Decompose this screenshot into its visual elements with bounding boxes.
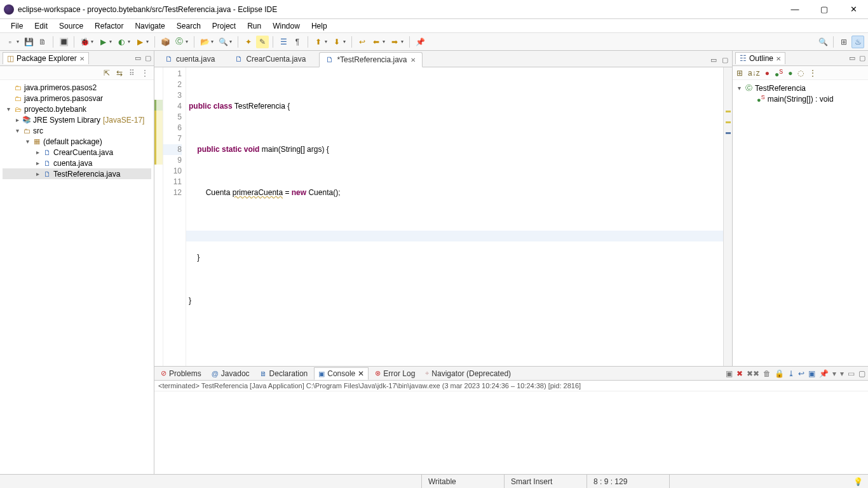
menu-window[interactable]: Window xyxy=(267,20,306,32)
java-file[interactable]: ▸🗋cuenta.java xyxy=(3,158,151,168)
hide-static-icon[interactable]: ●s xyxy=(775,67,783,79)
maximize-view-icon[interactable]: ▢ xyxy=(145,54,151,62)
close-button[interactable]: ✕ xyxy=(839,0,868,19)
chevron-down-icon[interactable]: ▾ xyxy=(23,138,32,145)
outline-class[interactable]: ▾ Ⓒ TestReferencia xyxy=(735,83,865,93)
forward-icon[interactable]: ➡ xyxy=(388,36,401,48)
editor-tab[interactable]: 🗋CrearCuenta.java xyxy=(228,51,313,67)
hide-fields-icon[interactable]: ● xyxy=(765,69,770,78)
new-dropdown[interactable]: ▾ xyxy=(17,39,19,44)
open-perspective-icon[interactable]: ⊞ xyxy=(837,36,850,48)
view-menu-icon[interactable]: ⋮ xyxy=(141,69,149,78)
chevron-right-icon[interactable]: ▸ xyxy=(13,116,22,123)
src-folder[interactable]: ▾🗀src xyxy=(3,125,151,136)
problems-tab[interactable]: ⊘Problems xyxy=(157,368,205,379)
terminate-relaunch-icon[interactable]: ▣ xyxy=(726,369,733,378)
scroll-lock-icon[interactable]: ⤓ xyxy=(788,369,794,378)
console-output[interactable] xyxy=(154,391,868,474)
word-wrap-icon[interactable]: ↩ xyxy=(798,369,804,378)
chevron-right-icon[interactable]: ▸ xyxy=(33,149,42,156)
focus-icon[interactable]: ⊞ xyxy=(736,69,743,78)
console-tab[interactable]: ▣Console✕ xyxy=(314,367,369,380)
next-annotation-icon[interactable]: ⬇ xyxy=(330,36,343,48)
menu-file[interactable]: File xyxy=(5,20,29,32)
java-file-selected[interactable]: ▸🗋TestReferencia.java xyxy=(3,168,151,179)
close-icon[interactable]: ✕ xyxy=(410,57,416,64)
editor-tab[interactable]: 🗋cuenta.java xyxy=(158,51,222,67)
search-icon[interactable]: 🔍 xyxy=(217,36,229,48)
minimize-view-icon[interactable]: ▭ xyxy=(710,56,717,64)
sort-icon[interactable]: a↓z xyxy=(748,69,760,78)
back-icon[interactable]: ⬅ xyxy=(370,36,383,48)
maximize-view-icon[interactable]: ▢ xyxy=(722,56,728,64)
show-whitespace-icon[interactable]: ¶ xyxy=(291,36,304,48)
minimize-button[interactable]: — xyxy=(780,0,810,19)
maximize-view-icon[interactable]: ▢ xyxy=(858,369,865,378)
chevron-right-icon[interactable]: ▸ xyxy=(33,170,42,177)
terminate-icon[interactable]: ✖ xyxy=(736,369,743,378)
declaration-tab[interactable]: 🗎Declaration xyxy=(256,368,312,379)
maximize-view-icon[interactable]: ▢ xyxy=(859,54,865,62)
clear-console-icon[interactable]: 🔒 xyxy=(775,369,784,378)
default-package[interactable]: ▾▦(default package) xyxy=(3,136,151,147)
project-closed[interactable]: 🗀java.primeros.pasosvar xyxy=(3,93,151,104)
pin-console-icon[interactable]: 📌 xyxy=(819,369,829,378)
prev-annotation-icon[interactable]: ⬆ xyxy=(312,36,325,48)
outline-tab[interactable]: ☷ Outline ✕ xyxy=(735,52,785,64)
menu-navigate[interactable]: Navigate xyxy=(129,20,170,32)
focus-icon[interactable]: ⠿ xyxy=(129,69,135,78)
open-console-icon[interactable]: ▾ xyxy=(840,369,844,378)
save-all-icon[interactable]: 🗎 xyxy=(36,36,49,48)
terminate-all-icon[interactable]: ✖✖ xyxy=(747,369,759,378)
menu-help[interactable]: Help xyxy=(306,20,333,32)
errorlog-tab[interactable]: ⊗Error Log xyxy=(371,368,419,379)
project-closed[interactable]: 🗀java.primeros.pasos2 xyxy=(3,82,151,93)
java-file[interactable]: ▸🗋CrearCuenta.java xyxy=(3,147,151,158)
jre-library[interactable]: ▸📚JRE System Library[JavaSE-17] xyxy=(3,114,151,125)
debug-icon[interactable]: 🐞 xyxy=(78,36,91,48)
menu-project[interactable]: Project xyxy=(207,20,241,32)
switch-editor-icon[interactable]: 🔳 xyxy=(57,36,70,48)
collapse-all-icon[interactable]: ⇱ xyxy=(104,69,110,78)
navigator-tab[interactable]: ⌖Navigator (Deprecated) xyxy=(421,368,515,379)
hide-local-icon[interactable]: ◌ xyxy=(797,69,804,78)
show-console-icon[interactable]: ▣ xyxy=(808,369,815,378)
remove-launch-icon[interactable]: 🗑 xyxy=(763,369,771,378)
pin-editor-icon[interactable]: 📌 xyxy=(414,36,426,48)
menu-run[interactable]: Run xyxy=(241,20,267,32)
maximize-button[interactable]: ▢ xyxy=(810,0,839,19)
menu-source[interactable]: Source xyxy=(53,20,89,32)
new-java-package-icon[interactable]: 📦 xyxy=(159,36,172,48)
coverage-icon[interactable]: ◐ xyxy=(115,36,128,48)
save-icon[interactable]: 💾 xyxy=(22,36,35,48)
view-menu-icon[interactable]: ⋮ xyxy=(809,69,817,78)
hide-nonpublic-icon[interactable]: ● xyxy=(788,69,792,78)
java-perspective-icon[interactable]: ♨ xyxy=(851,36,864,48)
chevron-down-icon[interactable]: ▾ xyxy=(13,127,22,134)
minimize-view-icon[interactable]: ▭ xyxy=(848,369,855,378)
javadoc-tab[interactable]: @Javadoc xyxy=(208,368,254,379)
minimize-view-icon[interactable]: ▭ xyxy=(135,54,141,62)
close-icon[interactable]: ✕ xyxy=(79,55,85,62)
editor-tab-active[interactable]: 🗋*TestReferencia.java✕ xyxy=(319,52,422,67)
package-explorer-tree[interactable]: 🗀java.primeros.pasos2 🗀java.primeros.pas… xyxy=(0,80,154,474)
package-explorer-tab[interactable]: ◫ Package Explorer ✕ xyxy=(3,52,89,64)
chevron-down-icon[interactable]: ▾ xyxy=(735,85,743,92)
close-icon[interactable]: ✕ xyxy=(776,55,781,62)
toggle-mark-icon[interactable]: ✦ xyxy=(242,36,255,48)
open-type-icon[interactable]: 📂 xyxy=(198,36,211,48)
run-icon[interactable]: ▶ xyxy=(97,36,109,48)
new-java-class-icon[interactable]: Ⓒ xyxy=(173,36,186,48)
minimize-view-icon[interactable]: ▭ xyxy=(849,54,855,62)
toggle-highlight-icon[interactable]: ✎ xyxy=(256,36,269,48)
new-icon[interactable]: ▫ xyxy=(4,36,17,48)
close-icon[interactable]: ✕ xyxy=(358,369,364,378)
last-edit-icon[interactable]: ↩ xyxy=(356,36,369,48)
chevron-down-icon[interactable]: ▾ xyxy=(4,105,13,112)
menu-edit[interactable]: Edit xyxy=(29,20,53,32)
menu-search[interactable]: Search xyxy=(171,20,207,32)
link-editor-icon[interactable]: ⇆ xyxy=(116,69,123,78)
toggle-block-icon[interactable]: ☰ xyxy=(277,36,290,48)
tip-icon[interactable]: 💡 xyxy=(853,477,863,486)
search-access-icon[interactable]: 🔍 xyxy=(817,36,829,48)
